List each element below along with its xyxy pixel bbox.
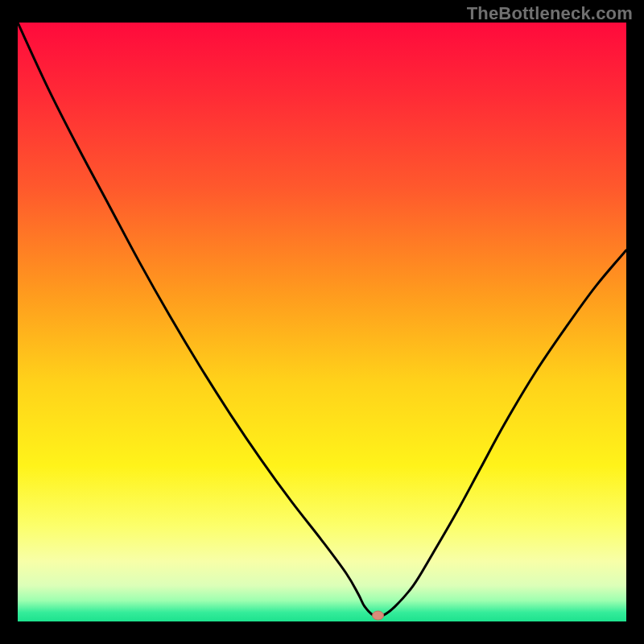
plot-area	[18, 23, 626, 621]
bottleneck-chart	[18, 23, 626, 621]
watermark-label: TheBottleneck.com	[467, 3, 633, 24]
gradient-background	[18, 23, 626, 621]
min-marker	[373, 611, 384, 620]
chart-frame: TheBottleneck.com	[0, 0, 644, 644]
